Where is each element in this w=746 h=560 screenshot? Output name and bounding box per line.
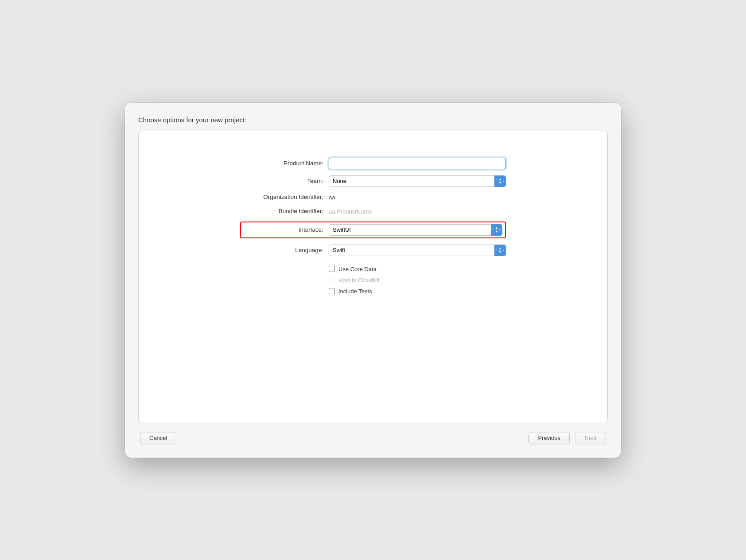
product-name-label: Product Name: bbox=[240, 160, 329, 167]
team-control: None ▲ ▼ bbox=[329, 175, 506, 187]
dialog-title: Choose options for your new project: bbox=[138, 116, 608, 124]
form-panel: Product Name: Team: None ▲ bbox=[138, 131, 608, 423]
previous-button[interactable]: Previous bbox=[528, 432, 570, 444]
host-in-cloudkit-label: Host in CloudKit bbox=[338, 277, 380, 284]
language-control: Swift ▲ ▼ bbox=[329, 245, 506, 256]
use-core-data-label: Use Core Data bbox=[338, 266, 377, 272]
bundle-id-control: aa.ProductName bbox=[329, 207, 506, 215]
host-in-cloudkit-checkbox bbox=[329, 277, 335, 283]
new-project-dialog: Choose options for your new project: Pro… bbox=[125, 103, 621, 458]
org-id-control: aa bbox=[329, 193, 506, 201]
include-tests-checkbox[interactable] bbox=[329, 288, 335, 294]
bottom-bar: Cancel Previous Next bbox=[138, 432, 608, 444]
checkboxes-section: Use Core Data Host in CloudKit Include T… bbox=[240, 266, 506, 295]
cancel-button[interactable]: Cancel bbox=[140, 432, 176, 444]
org-id-row: Organization Identifier: aa bbox=[240, 193, 506, 201]
language-row: Language: Swift ▲ ▼ bbox=[240, 245, 506, 256]
interface-select-wrapper: SwiftUI ▲ ▼ bbox=[329, 224, 502, 236]
team-select-wrapper: None ▲ ▼ bbox=[329, 175, 506, 187]
bundle-id-row: Bundle Identifier: aa.ProductName bbox=[240, 207, 506, 215]
interface-select[interactable]: SwiftUI bbox=[329, 224, 502, 236]
language-select-wrapper: Swift ▲ ▼ bbox=[329, 245, 506, 256]
include-tests-label: Include Tests bbox=[338, 288, 372, 295]
bundle-id-label: Bundle Identifier: bbox=[240, 208, 329, 214]
host-in-cloudkit-row: Host in CloudKit bbox=[329, 277, 506, 284]
language-select[interactable]: Swift bbox=[329, 245, 506, 256]
interface-row-highlighted: Interface: SwiftUI ▲ ▼ bbox=[240, 222, 506, 238]
language-label: Language: bbox=[240, 247, 329, 253]
use-core-data-row: Use Core Data bbox=[329, 266, 506, 272]
team-select[interactable]: None bbox=[329, 175, 506, 187]
product-name-row: Product Name: bbox=[240, 158, 506, 169]
team-row: Team: None ▲ ▼ bbox=[240, 175, 506, 187]
next-button: Next bbox=[575, 432, 606, 444]
bottom-right-buttons: Previous Next bbox=[528, 432, 606, 444]
use-core-data-checkbox[interactable] bbox=[329, 266, 335, 272]
product-name-input[interactable] bbox=[329, 158, 506, 169]
include-tests-row: Include Tests bbox=[329, 288, 506, 295]
org-id-label: Organization Identifier: bbox=[240, 194, 329, 200]
interface-label: Interface: bbox=[244, 226, 329, 233]
interface-control: SwiftUI ▲ ▼ bbox=[329, 224, 502, 236]
bundle-id-value: aa.ProductName bbox=[329, 208, 372, 215]
team-label: Team: bbox=[240, 178, 329, 184]
form-content: Product Name: Team: None ▲ bbox=[240, 158, 506, 295]
product-name-control bbox=[329, 158, 506, 169]
org-id-value: aa bbox=[329, 194, 335, 201]
